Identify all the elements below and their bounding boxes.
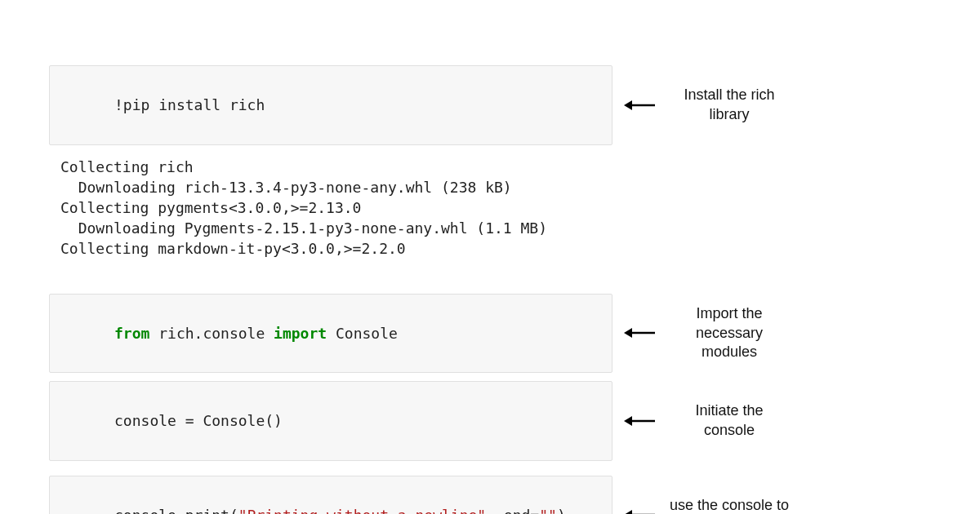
svg-marker-7 xyxy=(624,510,632,514)
arrow-icon xyxy=(612,325,668,341)
code-cell-import: from rich.console import Console xyxy=(49,294,612,374)
code-suffix: ) xyxy=(557,507,566,514)
annotation-init: Initiate the console xyxy=(668,401,791,440)
svg-marker-1 xyxy=(624,100,632,110)
output-install: Collecting rich Downloading rich-13.3.4-… xyxy=(49,152,612,274)
annotation-import: Import the necessary modules xyxy=(668,304,791,361)
notebook-diagram: !pip install rich Install the rich libra… xyxy=(0,0,980,514)
arrow-icon xyxy=(612,413,668,429)
module-name: rich.console xyxy=(149,325,274,342)
code-cell-install: !pip install rich xyxy=(49,65,612,145)
class-name: Console xyxy=(327,325,398,342)
code-cell-init: console = Console() xyxy=(49,381,612,461)
code-prefix: console.print( xyxy=(114,507,238,514)
annotation-print: use the console to print commands xyxy=(668,496,791,514)
keyword-import: import xyxy=(274,325,327,342)
string-literal: "Printing without a newline" xyxy=(238,507,486,514)
row-install: !pip install rich Install the rich libra… xyxy=(49,65,931,145)
code-mid: , end= xyxy=(486,507,539,514)
arrow-icon xyxy=(612,507,668,514)
svg-marker-5 xyxy=(624,416,632,426)
keyword-from: from xyxy=(114,325,149,342)
annotation-install: Install the rich library xyxy=(668,86,791,124)
row-print: console.print("Printing without a newlin… xyxy=(49,476,931,514)
code-text: console = Console() xyxy=(114,412,283,429)
end-arg: "" xyxy=(539,507,557,514)
svg-marker-3 xyxy=(624,328,632,338)
row-init: console = Console() Initiate the console xyxy=(49,381,931,461)
code-text: !pip install rich xyxy=(114,96,265,113)
row-import: from rich.console import Console Import … xyxy=(49,294,931,374)
code-cell-print: console.print("Printing without a newlin… xyxy=(49,476,612,514)
arrow-icon xyxy=(612,97,668,113)
